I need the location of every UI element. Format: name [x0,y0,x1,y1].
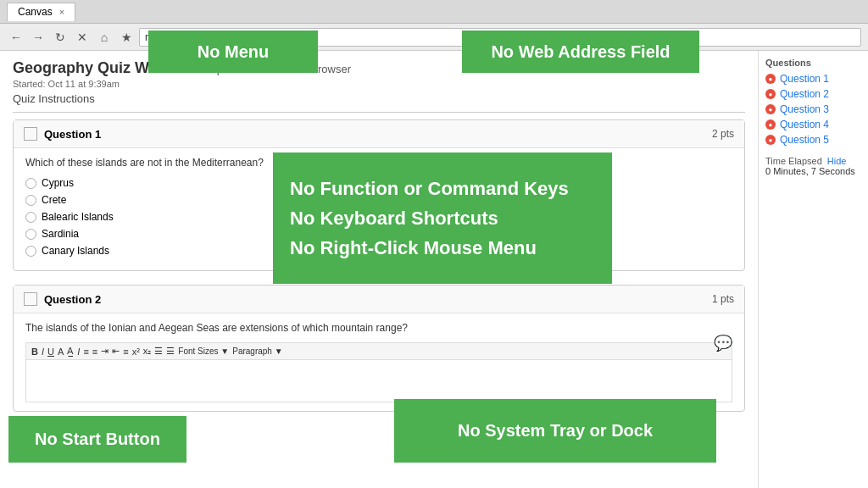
no-keys-line3: No Right-Click Mouse Menu [290,233,537,263]
option-crete-label: Crete [42,194,66,206]
question-2-label: Question 2 [44,293,101,306]
question-2-box: Question 2 1 pts The islands of the Ioni… [13,285,745,412]
option-canary-label: Canary Islands [42,245,109,257]
outdent-btn[interactable]: ⇤ [112,346,120,357]
align-left-btn[interactable]: ≡ [83,347,88,357]
editor-toolbar: B I U A A̲ I ≡ ≡ ⇥ ⇤ ≡ x² x₂ ☰ ☰ Font Si… [25,342,732,360]
question-1-label: Question 1 [44,128,101,141]
text-color-btn[interactable]: A [58,347,64,357]
option-cyprus-label: Cyprus [42,177,74,189]
no-tray-banner: No System Tray or Dock [394,399,716,463]
no-keys-line1: No Function or Command Keys [290,174,569,203]
sidebar: Questions ● Question 1 ● Question 2 ● Qu… [758,51,868,488]
no-keys-banner: No Function or Command Keys No Keyboard … [273,152,612,284]
question-1-checkbox[interactable] [24,127,37,141]
q5-dot: ● [765,135,776,145]
no-menu-banner: No Menu [148,30,318,73]
italic2-btn[interactable]: I [77,347,80,357]
q3-link[interactable]: Question 3 [780,103,829,115]
sidebar-title: Questions [765,58,861,68]
sidebar-q3[interactable]: ● Question 3 [765,103,861,115]
option-sardinia-label: Sardinia [42,228,79,240]
question-2-text: The islands of the Ionian and Aegean Sea… [25,322,732,334]
browser-toolbar: ← → ↻ ✕ ⌂ ★ respondus LockDown Browser [0,24,868,51]
feedback-icon: 💬 [714,334,732,352]
browser-tab[interactable]: Canvas × [7,3,75,21]
editor-area[interactable] [25,360,732,402]
radio-balearic[interactable] [25,212,36,223]
q2-dot: ● [765,89,776,99]
list-unordered-btn[interactable]: ☰ [154,346,163,357]
bold-btn[interactable]: B [31,347,38,357]
radio-cyprus[interactable] [25,178,36,189]
question-2-checkbox[interactable] [24,292,37,306]
question-1-pts: 2 pts [712,128,734,140]
question-1-header: Question 1 2 pts [14,120,744,148]
no-keys-line2: No Keyboard Shortcuts [290,203,498,233]
q1-link[interactable]: Question 1 [780,73,829,85]
underline-btn[interactable]: U [47,347,54,357]
q4-dot: ● [765,119,776,130]
home-button[interactable]: ⌂ [95,28,114,47]
highlight-btn[interactable]: A̲ [67,346,74,357]
q1-dot: ● [765,74,776,84]
divider [13,112,745,113]
bookmark-button[interactable]: ★ [117,28,136,47]
radio-canary[interactable] [25,246,36,257]
tab-close-button[interactable]: × [59,7,64,17]
radio-sardinia[interactable] [25,229,36,240]
no-web-banner: No Web Address Field [462,30,699,73]
refresh-button[interactable]: ↻ [51,28,70,47]
back-button[interactable]: ← [7,28,25,47]
forward-button[interactable]: → [29,28,47,47]
sidebar-q1[interactable]: ● Question 1 [765,73,861,85]
q2-link[interactable]: Question 2 [780,88,829,100]
time-value: 0 Minutes, 7 Seconds [765,166,861,176]
align-center-btn[interactable]: ≡ [92,347,97,357]
font-sizes-select[interactable]: Font Sizes ▼ [178,347,229,356]
no-start-text: No Start Button [35,430,160,449]
quiz-instructions: Quiz Instructions [13,92,745,105]
paragraph-select[interactable]: Paragraph ▼ [232,347,282,356]
sidebar-q2[interactable]: ● Question 2 [765,88,861,100]
question-2-pts: 1 pts [712,293,734,305]
hide-timer-link[interactable]: Hide [827,156,847,166]
list-ordered-btn[interactable]: ☰ [166,346,175,357]
more-btn[interactable]: ≡ [123,347,128,357]
sidebar-q4[interactable]: ● Question 4 [765,119,861,130]
no-tray-text: No System Tray or Dock [458,421,653,441]
question-2-header: Question 2 1 pts [14,286,744,313]
option-balearic-label: Balearic Islands [42,211,114,223]
radio-crete[interactable] [25,195,36,206]
browser-titlebar: Canvas × [0,0,868,24]
no-menu-text: No Menu [198,42,269,62]
q4-link[interactable]: Question 4 [780,119,829,130]
no-web-text: No Web Address Field [491,42,670,62]
time-elapsed-label: Time Elapsed [765,156,822,166]
no-start-banner: No Start Button [8,416,186,463]
italic-btn[interactable]: I [42,347,44,357]
superscript-btn[interactable]: x² [132,347,140,357]
q3-dot: ● [765,104,776,114]
stop-button[interactable]: ✕ [73,28,92,47]
time-elapsed: Time Elapsed Hide 0 Minutes, 7 Seconds [765,156,861,176]
question-2-body: The islands of the Ionian and Aegean Sea… [14,313,744,411]
subscript-btn[interactable]: x₂ [143,346,152,357]
tab-title: Canvas [18,6,53,18]
q5-link[interactable]: Question 5 [780,134,829,146]
quiz-started: Started: Oct 11 at 9:39am [13,79,745,89]
sidebar-q5[interactable]: ● Question 5 [765,134,861,146]
indent-btn[interactable]: ⇥ [101,346,108,357]
